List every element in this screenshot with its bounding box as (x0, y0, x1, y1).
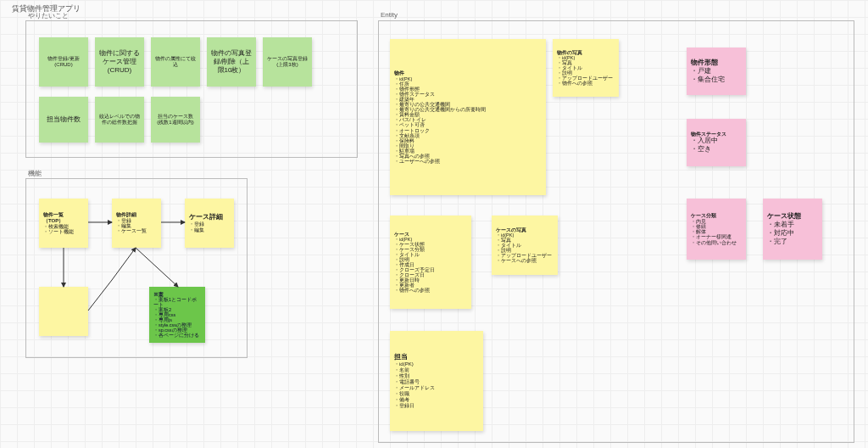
et-1: ・名前 (394, 367, 479, 373)
e1-1: ・集合住宅 (691, 76, 742, 84)
ep-16: ・ユーザーへの参照 (394, 159, 542, 164)
want-4[interactable]: ケースの写真登録 (上限3枚) (263, 37, 312, 87)
entity-tantou[interactable]: 担当 ・id(PK) ・名前 ・性別 ・電話番号 ・メールアドレス ・役職 ・備… (390, 331, 483, 431)
et-2: ・性別 (394, 373, 479, 379)
e3-4: ・その他問い合わせ (691, 240, 742, 245)
func-e-b0: ・案板1とコードポート (153, 297, 201, 307)
func-c-b1: ・編集 (189, 227, 230, 233)
func-c[interactable]: ケース詳細 ・登録 ・編集 (185, 199, 234, 248)
want-6[interactable]: 絞込レベルでの物件の総件数把握 (95, 97, 144, 143)
frame-func-label: 機能 (28, 169, 42, 178)
entity-case[interactable]: ケース ・id(PK) ・ケース状態 ・ケース分類 ・タイトル ・説明 ・作成日… (390, 216, 471, 309)
func-a-title: 物件一覧（TOP） (43, 212, 84, 224)
func-e[interactable]: ※案 ・案板1とコードポート ・案板2 ・専用css ・専用js ・style.… (149, 287, 205, 343)
et-6: ・備考 (394, 397, 479, 403)
e1-t: 物件形態 (691, 59, 742, 67)
enum-property-status[interactable]: 物件ステータス ・入居中 ・空き (687, 119, 746, 166)
func-b[interactable]: 物件詳細 ・登録 ・編集 ・ケース一覧 (112, 199, 161, 248)
entity-case-photo[interactable]: ケースの写真 ・id(PK) ・写真 ・タイトル ・説明 ・アップロードユーザー… (492, 216, 558, 275)
func-c-title: ケース詳細 (189, 213, 230, 221)
func-e-b6: ・各ページに分ける (153, 333, 201, 338)
frame-entity-label: Entity (381, 11, 398, 19)
et-t: 担当 (394, 353, 479, 361)
e4-1: ・対応中 (767, 229, 818, 238)
entity-property[interactable]: 物件 ・id(PK) ・住所 ・物件形態 ・物件ステータス ・建築年 ・最寄りの… (390, 39, 546, 195)
enum-property-type[interactable]: 物件形態 ・戸建 ・集合住宅 (687, 48, 746, 95)
frame-want-label: やりたいこと (28, 11, 69, 20)
et-0: ・id(PK) (394, 361, 479, 367)
e2-1: ・空き (691, 145, 742, 154)
want-7[interactable]: 担当のケース数 (残数1週間以内) (151, 97, 200, 143)
want-0[interactable]: 物件登録/更新 (CRUD) (39, 37, 88, 87)
e4-t: ケース状態 (767, 212, 818, 221)
entity-property-title: 物件 (394, 70, 542, 76)
func-b-b2: ・ケース一覧 (116, 228, 157, 233)
func-a-b1: ・ソート機能 (43, 229, 84, 234)
enum-case-cat[interactable]: ケース分類 ・内見 ・修繕 ・解体 ・オーナー様関連 ・その他問い合わせ (687, 199, 746, 260)
want-5[interactable]: 担当物件数 (39, 97, 88, 143)
ecp-5: ・ケースへの参照 (496, 258, 554, 263)
enum-case-state[interactable]: ケース状態 ・未着手 ・対応中 ・完了 (763, 199, 822, 260)
ec-10: ・物件への参照 (394, 288, 467, 293)
e3-t: ケース分類 (691, 213, 742, 219)
et-4: ・メールアドレス (394, 385, 479, 391)
entity-property-photo[interactable]: 物件の写真 ・id(PK) ・写真 ・タイトル ・説明 ・アップロードユーザー … (553, 39, 619, 97)
want-1[interactable]: 物件に関するケース管理 (CRUD) (95, 37, 144, 87)
want-2[interactable]: 物件の属性にて絞込 (151, 37, 200, 87)
et-7: ・登録日 (394, 403, 479, 409)
e2-t: 物件ステータス (691, 132, 742, 137)
func-a[interactable]: 物件一覧（TOP） ・検索機能 ・ソート機能 (39, 199, 88, 248)
et-5: ・役職 (394, 391, 479, 397)
epp-5: ・物件への参照 (557, 81, 615, 86)
e2-0: ・入居中 (691, 137, 742, 145)
e1-0: ・戸建 (691, 67, 742, 76)
e4-2: ・完了 (767, 238, 818, 246)
func-c-b0: ・登録 (189, 221, 230, 227)
func-d[interactable] (39, 287, 88, 336)
want-3[interactable]: 物件の写真登録/削除（上限10枚） (207, 37, 256, 87)
func-b-title: 物件詳細 (116, 212, 157, 218)
et-3: ・電話番号 (394, 379, 479, 385)
e4-0: ・未着手 (767, 221, 818, 229)
